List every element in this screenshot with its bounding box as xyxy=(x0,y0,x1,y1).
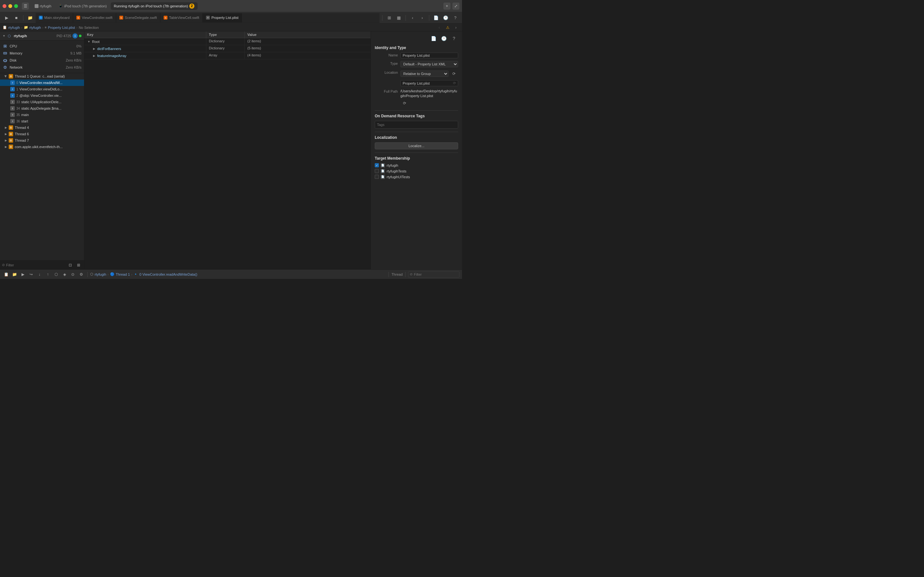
tab-main-storyboard[interactable]: 🔷 Main.storyboard xyxy=(36,13,73,23)
status-btn-play[interactable]: ▶ xyxy=(19,271,26,278)
status-bc-sep-1: › xyxy=(107,272,109,276)
stop-button[interactable]: ■ xyxy=(12,14,21,22)
plist-row-array[interactable]: ▶ featureImageArray Array (4 items) xyxy=(84,52,371,59)
right-doc-icon[interactable]: 📄 xyxy=(429,35,438,42)
bc-warning-icon[interactable]: ⚠ xyxy=(444,24,451,31)
filter-btn-1[interactable]: ⊡ xyxy=(67,261,74,269)
location-select[interactable]: Relative to Group xyxy=(401,71,449,77)
right-history-icon[interactable]: 🕐 xyxy=(439,35,448,42)
status-btn-step-in[interactable]: ↓ xyxy=(36,271,43,278)
type-select[interactable]: Default - Property List XML xyxy=(401,61,458,67)
com-apple-expand[interactable]: ▶ xyxy=(4,145,8,149)
location-icon[interactable]: ⟳ xyxy=(450,70,458,77)
bc-prev-button[interactable]: ‹ xyxy=(436,24,443,31)
fullpath-icon[interactable]: ⟳ xyxy=(401,99,409,107)
doc-info[interactable]: 📄 xyxy=(432,14,440,22)
tab-viewcontroller[interactable]: S ViewController.swift xyxy=(73,13,116,23)
close-button[interactable] xyxy=(3,4,6,8)
app-tab-rtyfugih[interactable]: rtyfugih xyxy=(31,3,55,9)
nav-forward[interactable]: › xyxy=(418,14,426,22)
plist-row-root[interactable]: ▼ Root Dictionary (2 items) xyxy=(84,38,371,45)
bc-item-2[interactable]: rtyfugih xyxy=(29,26,41,29)
frame-2-item[interactable]: f 2 @objc ViewController.vie... xyxy=(0,92,84,99)
help[interactable]: ? xyxy=(451,14,459,22)
layout-toggle[interactable]: ▦ xyxy=(395,14,403,22)
frame-0-item[interactable]: f 0 ViewController.readAndW... xyxy=(0,79,84,86)
running-tab[interactable]: Running rtyfugih on iPod touch (7th gene… xyxy=(111,2,198,10)
nav-arrows[interactable]: ‹ xyxy=(409,14,417,22)
frame-36-item[interactable]: f 36 start xyxy=(0,118,84,124)
status-btn-step-out[interactable]: ↑ xyxy=(44,271,51,278)
frame-0-icon: f xyxy=(10,81,15,85)
thread-6-expand[interactable]: ▶ xyxy=(4,132,8,136)
filter-btn-2[interactable]: ⊞ xyxy=(75,261,82,269)
thread-7-item[interactable]: ▶ ⊞ Thread 7 xyxy=(0,137,84,143)
target-uitests-checkbox[interactable] xyxy=(375,175,379,179)
minimize-button[interactable] xyxy=(8,4,12,8)
tab-scenedelegate[interactable]: S SceneDelegate.swift xyxy=(116,13,160,23)
array-expand-icon[interactable]: ▶ xyxy=(92,54,96,58)
memory-monitor[interactable]: Memory 9.1 MB xyxy=(0,50,84,57)
localize-button[interactable]: Localize... xyxy=(375,142,458,149)
status-btn-2[interactable]: 📁 xyxy=(11,271,18,278)
sidebar-toggle-button[interactable]: ☰ xyxy=(22,3,29,10)
status-btn-loc[interactable]: ⊙ xyxy=(69,271,76,278)
dict-expand-icon[interactable]: ▶ xyxy=(92,47,96,51)
frame-36-icon: f xyxy=(10,119,15,123)
tags-input[interactable] xyxy=(375,121,458,129)
frame-33-item[interactable]: f 33 static UIApplicationDele... xyxy=(0,99,84,105)
frame-35-item[interactable]: f 35 main xyxy=(0,111,84,118)
history[interactable]: 🕐 xyxy=(441,14,450,22)
thread-7-expand[interactable]: ▶ xyxy=(4,139,8,142)
bc-item-3[interactable]: Property List.plist xyxy=(48,26,75,29)
filter-input[interactable] xyxy=(6,263,65,267)
add-tab-button[interactable]: + xyxy=(443,3,451,10)
status-btn-step-over[interactable]: ↪ xyxy=(27,271,35,278)
network-monitor[interactable]: Network Zero KB/s xyxy=(0,64,84,71)
folder-button[interactable]: 📁 xyxy=(26,14,34,22)
titlebar-right: + ⤢ xyxy=(443,3,459,10)
thread-1-expand[interactable]: ▶ xyxy=(4,74,8,78)
status-btn-frame[interactable]: ⬡ xyxy=(53,271,60,278)
tab-tableviewcell[interactable]: S TableViewCell.swift xyxy=(160,13,203,23)
status-btn-debug[interactable]: ⚙ xyxy=(78,271,85,278)
info-icon[interactable]: i xyxy=(73,33,78,39)
inspector-toggle[interactable]: ⊞ xyxy=(385,14,393,22)
thread-1-item[interactable]: ▶ ⊞ Thread 1 Queue: c...ead (serial) xyxy=(0,73,84,79)
tab-property-list[interactable]: ≡ Property List.plist xyxy=(203,13,242,23)
status-bc-thread[interactable]: Thread 1 xyxy=(116,272,130,276)
cpu-monitor[interactable]: CPU 0% xyxy=(0,43,84,50)
thread-7-icon: ⊞ xyxy=(9,138,13,143)
process-expand[interactable]: ▼ xyxy=(3,34,5,37)
thread-4-expand[interactable]: ▶ xyxy=(4,126,8,129)
frame-34-item[interactable]: f 34 static AppDelegate.$ma... xyxy=(0,105,84,111)
toolbar-sep-3 xyxy=(405,15,406,21)
name-value[interactable]: Property List.plist xyxy=(401,53,458,58)
bc-item-icon: 📋 xyxy=(3,25,7,29)
file-tab-bar: 🔷 Main.storyboard S ViewController.swift… xyxy=(36,13,380,23)
fullscreen-toggle[interactable]: ⤢ xyxy=(452,3,459,10)
status-bc-frame[interactable]: 0 ViewController.readAndWriteData() xyxy=(139,272,197,276)
bc-item-1[interactable]: rtyfugih xyxy=(8,26,20,29)
play-button[interactable]: ▶ xyxy=(3,14,11,22)
disk-monitor[interactable]: Disk Zero KB/s xyxy=(0,57,84,64)
thread-6-item[interactable]: ▶ ⊞ Thread 6 xyxy=(0,131,84,137)
memory-value: 9.1 MB xyxy=(70,51,81,55)
com-apple-thread-item[interactable]: ▶ ⊞ com.apple.uikit.eventfetch-th... xyxy=(0,143,84,150)
status-btn-mem[interactable]: ◈ xyxy=(61,271,68,278)
status-btn-1[interactable]: 📋 xyxy=(3,271,10,278)
status-bc-app[interactable]: rtyfugih xyxy=(95,272,106,276)
fullscreen-button[interactable] xyxy=(14,4,18,8)
target-tests-checkbox[interactable] xyxy=(375,169,379,173)
bc-next-button[interactable]: › xyxy=(452,24,459,31)
right-help-icon[interactable]: ? xyxy=(450,35,458,42)
target-rtyfugih-checkbox[interactable]: ✓ xyxy=(375,163,379,167)
com-apple-label: com.apple.uikit.eventfetch-th... xyxy=(15,145,81,149)
root-expand-icon[interactable]: ▼ xyxy=(87,40,91,44)
status-filter-input[interactable] xyxy=(414,272,458,276)
frame-1-item[interactable]: f 1 ViewController.viewDidLo... xyxy=(0,86,84,92)
thread-4-item[interactable]: ▶ ⊞ Thread 4 xyxy=(0,124,84,131)
plist-row-dict[interactable]: ▶ dictForBanners Dictionary (5 items) xyxy=(84,45,371,52)
plist-type-root: Dictionary xyxy=(206,38,245,45)
app-tab-ipod[interactable]: 📱 iPod touch (7th generation) xyxy=(55,3,110,9)
